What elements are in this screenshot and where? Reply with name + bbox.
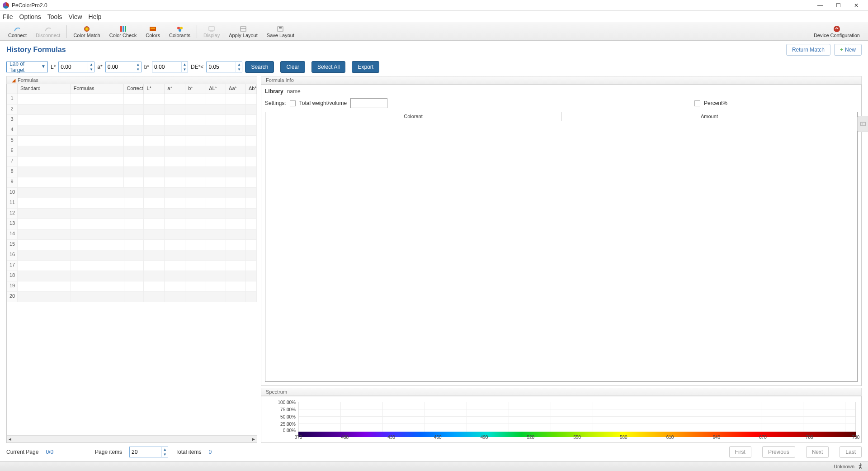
page-items-field[interactable] [130, 449, 161, 455]
target-select[interactable]: Lab of Target [6, 62, 48, 72]
formula-info-box: Library name Settings: Total weight/volu… [261, 84, 862, 386]
save-layout-button[interactable]: Save Layout [262, 23, 299, 40]
col-l[interactable]: L* [144, 84, 165, 94]
next-button[interactable]: Next [806, 446, 829, 458]
percent-checkbox[interactable] [694, 100, 700, 106]
table-row[interactable]: 1 [7, 94, 257, 105]
a-field[interactable] [106, 64, 135, 70]
last-button[interactable]: Last [840, 446, 862, 458]
total-wv-checkbox[interactable] [290, 100, 296, 106]
col-correct[interactable]: Correct [124, 84, 144, 94]
table-row[interactable]: 3 [7, 115, 257, 125]
menubar: File Options Tools View Help [0, 11, 868, 23]
de-field[interactable] [207, 64, 236, 70]
table-row[interactable]: 12 [7, 209, 257, 219]
apply-layout-icon [239, 25, 247, 33]
grid-body[interactable]: 1234567891011121314151617181920 [7, 94, 257, 435]
usb-icon [857, 463, 863, 470]
table-row[interactable]: 17 [7, 261, 257, 271]
svg-rect-11 [241, 27, 246, 31]
l-field[interactable] [59, 64, 88, 70]
percent-label: Percent% [704, 100, 727, 106]
device-configuration-icon [833, 25, 841, 33]
svg-rect-5 [151, 28, 155, 29]
color-check-button[interactable]: Color Check [105, 23, 142, 40]
search-button[interactable]: Search [245, 61, 274, 73]
window-minimize[interactable]: — [811, 0, 829, 11]
table-row[interactable]: 5 [7, 136, 257, 146]
connect-button[interactable]: Connect [4, 23, 31, 40]
b-down[interactable]: ▼ [181, 67, 188, 72]
table-row[interactable]: 8 [7, 167, 257, 177]
colorant-grid[interactable]: Colorant Amount [265, 112, 858, 382]
total-wv-input[interactable] [350, 98, 387, 108]
apply-layout-label: Apply Layout [229, 33, 258, 38]
a-up[interactable]: ▲ [135, 62, 141, 67]
table-row[interactable]: 6 [7, 146, 257, 157]
export-button[interactable]: Export [352, 61, 379, 73]
colors-icon [149, 25, 157, 33]
menu-view[interactable]: View [69, 13, 82, 20]
table-row[interactable]: 13 [7, 219, 257, 229]
table-row[interactable]: 11 [7, 198, 257, 209]
b-label: b* [144, 64, 149, 70]
table-row[interactable]: 20 [7, 292, 257, 302]
b-up[interactable]: ▲ [181, 62, 188, 67]
table-row[interactable]: 10 [7, 188, 257, 198]
de-down[interactable]: ▼ [236, 67, 242, 72]
current-page-label: Current Page [6, 449, 38, 455]
col-dl[interactable]: ΔL* [206, 84, 226, 94]
formulas-icon: ◪ [11, 77, 16, 83]
menu-help[interactable]: Help [89, 13, 102, 20]
table-row[interactable]: 4 [7, 125, 257, 136]
device-configuration-button[interactable]: Device Configuration [809, 23, 864, 40]
l-up[interactable]: ▲ [88, 62, 94, 67]
col-da[interactable]: Δa* [226, 84, 246, 94]
table-row[interactable]: 18 [7, 271, 257, 281]
l-input[interactable]: ▲▼ [58, 62, 94, 72]
color-match-button[interactable]: Color Match [69, 23, 104, 40]
searchbar: Lab of Target L* ▲▼ a* ▲▼ b* ▲▼ DE*< ▲▼ … [0, 59, 868, 75]
b-input[interactable]: ▲▼ [152, 62, 188, 72]
svg-point-6 [177, 27, 180, 29]
colors-button[interactable]: Colors [141, 23, 165, 40]
apply-layout-button[interactable]: Apply Layout [224, 23, 262, 40]
col-formulas[interactable]: Formulas [71, 84, 124, 94]
window-maximize[interactable]: ☐ [829, 0, 847, 11]
col-b[interactable]: b* [185, 84, 206, 94]
colorants-button[interactable]: Colorants [165, 23, 195, 40]
menu-tools[interactable]: Tools [47, 13, 62, 20]
l-down[interactable]: ▼ [88, 67, 94, 72]
table-row[interactable]: 7 [7, 157, 257, 167]
grid-hscroll[interactable]: ◄► [7, 435, 257, 442]
first-button[interactable]: First [729, 446, 751, 458]
col-a[interactable]: a* [165, 84, 185, 94]
a-input[interactable]: ▲▼ [105, 62, 142, 72]
table-row[interactable]: 19 [7, 281, 257, 292]
page-items-input[interactable]: ▲▼ [129, 447, 168, 457]
table-row[interactable]: 16 [7, 250, 257, 261]
table-row[interactable]: 15 [7, 240, 257, 250]
menu-file[interactable]: File [3, 13, 13, 20]
table-row[interactable]: 9 [7, 177, 257, 188]
window-close[interactable]: ✕ [847, 0, 865, 11]
de-up[interactable]: ▲ [236, 62, 242, 67]
col-colorant[interactable]: Colorant [265, 112, 561, 121]
clear-button[interactable]: Clear [280, 61, 305, 73]
select-all-button[interactable]: Select All [311, 61, 345, 73]
a-down[interactable]: ▼ [135, 67, 141, 72]
menu-options[interactable]: Options [19, 13, 41, 20]
col-amount[interactable]: Amount [561, 112, 857, 121]
de-input[interactable]: ▲▼ [206, 62, 242, 72]
col-standard[interactable]: Standard [18, 84, 71, 94]
new-button[interactable]: +New [834, 44, 862, 56]
col-db[interactable]: Δb* [246, 84, 257, 94]
formulas-grid[interactable]: Standard Formulas Correct L* a* b* ΔL* Δ… [6, 84, 257, 443]
return-match-button[interactable]: Return Match [786, 44, 830, 56]
table-row[interactable]: 14 [7, 229, 257, 240]
color-check-label: Color Check [109, 33, 137, 38]
side-panel-handle[interactable] [857, 116, 868, 132]
previous-button[interactable]: Previous [762, 446, 795, 458]
table-row[interactable]: 2 [7, 105, 257, 115]
b-field[interactable] [152, 64, 181, 70]
